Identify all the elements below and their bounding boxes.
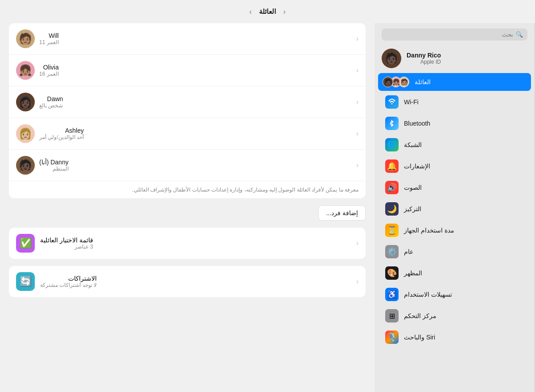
chevron-left-icon: ‹	[356, 130, 358, 138]
search-icon: 🔍	[516, 31, 523, 38]
profile-section[interactable]: Danny Rico Apple ID 🧑🏿	[374, 44, 535, 73]
sidebar-item-label: تسهيلات الاستخدام	[404, 291, 452, 298]
member-name: Olivia	[39, 64, 59, 71]
sidebar-item-label: Siri والباحث	[404, 334, 435, 341]
sidebar-item-label: Wi-Fi	[404, 98, 419, 106]
sidebar-item-bluetooth[interactable]: Bluetooth	[378, 113, 531, 134]
profile-sub: Apple ID	[407, 59, 441, 65]
checklist-icon: ✅	[16, 234, 35, 253]
member-role: المنظم	[39, 166, 69, 172]
sidebar-item-family[interactable]: العائلة 🧑🏽 👧🏽 🧑🏿	[378, 73, 531, 91]
sidebar-item-network[interactable]: الشبكة 🌐	[378, 135, 531, 155]
nav-forward-button[interactable]: ›	[283, 7, 286, 16]
member-row-dawn[interactable]: ‹ Dawn شخص بالغ 👩🏿	[9, 86, 366, 118]
search-input[interactable]	[386, 31, 513, 38]
sidebar-item-accessibility[interactable]: تسهيلات الاستخدام ♿	[378, 284, 531, 305]
chevron-left-icon: ‹	[356, 98, 358, 106]
section-title: الاشتراكات	[40, 275, 97, 282]
member-name: Will	[39, 32, 59, 39]
sidebar-item-sound[interactable]: الصوت 🔊	[378, 177, 531, 198]
member-name: Dawn	[39, 95, 63, 102]
sidebar-item-appearance[interactable]: المظهر 🎨	[378, 263, 531, 283]
member-name: Danny (أنا)	[39, 159, 69, 166]
search-bar: 🔍	[382, 29, 527, 41]
subscriptions-row[interactable]: ‹ الاشتراكات لا توجد اشتراكات مشتركة 🔄	[9, 266, 366, 297]
appearance-icon: 🎨	[385, 266, 399, 280]
member-row-will[interactable]: ‹ Will الغمر 11 🧑🏽	[9, 23, 366, 55]
sidebar-item-general[interactable]: عام ⚙️	[378, 241, 531, 262]
sidebar-item-label: الإشعارات	[404, 163, 430, 170]
controlcenter-icon: ⊞	[385, 309, 399, 323]
sidebar-item-label: الشبكة	[404, 141, 422, 148]
member-role: شخص بالغ	[39, 102, 63, 109]
chevron-left-icon: ‹	[356, 35, 358, 43]
family-footer-text: معرفة ما يمكن لأفراد العائلة الوصول إليه…	[9, 181, 366, 198]
network-icon: 🌐	[385, 138, 399, 151]
sound-icon: 🔊	[385, 181, 399, 194]
subscriptions-icon: 🔄	[16, 272, 35, 291]
siri-icon: 🎙️	[385, 331, 399, 344]
add-person-button[interactable]: إضافة فرد...	[318, 205, 366, 220]
sidebar-item-notifications[interactable]: الإشعارات 🔔	[378, 156, 531, 176]
wifi-icon	[385, 95, 399, 109]
chevron-left-icon: ‹	[356, 278, 358, 286]
section-sub: لا توجد اشتراكات مشتركة	[40, 282, 97, 288]
sidebar-item-label: الصوت	[404, 184, 422, 191]
accessibility-icon: ♿	[385, 288, 399, 301]
sidebar-item-label: التركيز	[404, 205, 421, 212]
screentime-icon: ⏳	[385, 224, 399, 237]
sidebar-item-siri[interactable]: Siri والباحث 🎙️	[378, 327, 531, 347]
family-members-card: ‹ Will الغمر 11 🧑🏽 ‹ Olivia الغمر 16	[9, 23, 366, 198]
avatar: 🧑🏿	[382, 49, 401, 68]
sidebar-item-controlcenter[interactable]: مركز التحكم ⊞	[378, 306, 531, 326]
family-avatars-icon: 🧑🏽 👧🏽 🧑🏿	[385, 77, 409, 87]
sidebar-item-wifi[interactable]: Wi-Fi	[378, 92, 531, 112]
section-sub: 3 عناصر	[40, 244, 93, 250]
chevron-left-icon: ‹	[356, 161, 358, 169]
sidebar-item-label: Bluetooth	[404, 120, 430, 127]
sidebar-item-screentime[interactable]: مدة استخدام الجهاز ⏳	[378, 220, 531, 241]
member-avatar: 👩🏼	[16, 124, 35, 143]
profile-name: Danny Rico	[407, 52, 441, 59]
family-checklist-card: ‹ قائمة الاختيار العائلية 3 عناصر ✅	[9, 228, 366, 259]
member-role: الغمر 11	[39, 39, 59, 45]
checklist-row[interactable]: ‹ قائمة الاختيار العائلية 3 عناصر ✅	[9, 228, 366, 259]
sidebar: 🔍 Danny Rico Apple ID 🧑🏿 العائلة 🧑🏽 👧🏽 🧑…	[374, 0, 535, 392]
focus-icon: 🌙	[385, 202, 399, 216]
notifications-icon: 🔔	[385, 159, 399, 173]
member-avatar: 👩🏿	[16, 93, 35, 111]
sidebar-item-label: مركز التحكم	[404, 312, 436, 319]
subscriptions-card: ‹ الاشتراكات لا توجد اشتراكات مشتركة 🔄	[9, 266, 366, 297]
section-title: قائمة الاختيار العائلية	[40, 237, 93, 244]
member-name: Ashley	[39, 127, 84, 134]
sidebar-item-focus[interactable]: التركيز 🌙	[378, 199, 531, 219]
nav-back-button[interactable]: ‹	[249, 7, 252, 16]
member-avatar: 🧑🏽	[16, 29, 35, 48]
chevron-left-icon: ‹	[356, 66, 358, 74]
member-row-danny[interactable]: ‹ Danny (أنا) المنظم 🧑🏿	[9, 150, 366, 181]
member-row-ashley[interactable]: ‹ Ashley أحد الوالدين/ولي أمر 👩🏼	[9, 118, 366, 150]
sidebar-item-label: عام	[404, 248, 413, 255]
bluetooth-icon	[385, 117, 399, 130]
sidebar-item-label: العائلة	[415, 78, 431, 86]
general-icon: ⚙️	[385, 245, 399, 258]
member-avatar: 👧🏽	[16, 61, 35, 80]
member-row-olivia[interactable]: ‹ Olivia الغمر 16 👧🏽	[9, 55, 366, 86]
window-title: العائلة	[259, 8, 276, 16]
sidebar-item-label: مدة استخدام الجهاز	[404, 227, 454, 234]
member-role: الغمر 16	[39, 71, 59, 77]
chevron-left-icon: ‹	[356, 239, 358, 247]
main-content: ‹ Will الغمر 11 🧑🏽 ‹ Olivia الغمر 16	[0, 0, 374, 392]
member-avatar: 🧑🏿	[16, 156, 35, 175]
member-role: أحد الوالدين/ولي أمر	[39, 134, 84, 140]
sidebar-item-label: المظهر	[404, 270, 422, 277]
